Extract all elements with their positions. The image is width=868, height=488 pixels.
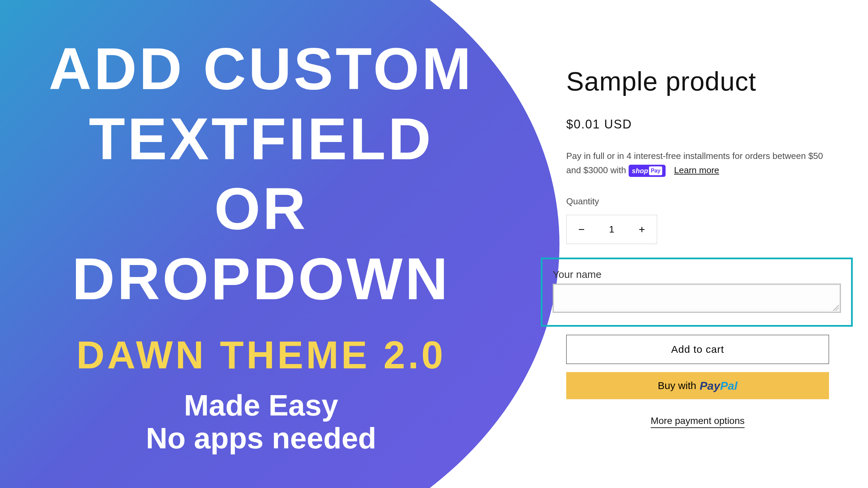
quantity-stepper: − 1 +: [566, 215, 657, 244]
quantity-decrease-button[interactable]: −: [567, 215, 596, 244]
plus-icon: +: [639, 223, 645, 236]
buy-with-paypal-button[interactable]: Buy with PayPal: [566, 372, 829, 399]
product-panel: Sample product $0.01 USD Pay in full or …: [566, 66, 837, 426]
textarea-wrapper: [553, 284, 841, 313]
more-payment-options-wrap: More payment options: [566, 415, 829, 426]
shop-pay-badge: shop Pay: [629, 165, 666, 177]
paypal-logo: PayPal: [699, 379, 737, 392]
headline-line: OR: [37, 174, 485, 244]
custom-field-label: Your name: [553, 269, 841, 280]
product-title: Sample product: [566, 66, 837, 97]
quantity-increase-button[interactable]: +: [627, 215, 657, 244]
your-name-input[interactable]: [555, 286, 839, 309]
installments-text: Pay in full or in 4 interest-free instal…: [566, 149, 837, 177]
resize-handle-icon[interactable]: [833, 305, 839, 311]
subhead-line: Made Easy: [37, 389, 485, 422]
minus-icon: −: [578, 223, 585, 236]
headline-line: DROPDOWN: [37, 244, 485, 314]
learn-more-link[interactable]: Learn more: [674, 165, 719, 175]
promo-subhead-easy: Made Easy No apps needed: [37, 389, 485, 455]
shop-pay-shop: shop: [632, 165, 648, 176]
headline-line: ADD CUSTOM: [37, 34, 485, 104]
custom-field-highlight: Your name: [541, 258, 853, 327]
promo-subhead-theme: DAWN THEME 2.0: [37, 332, 485, 377]
product-price: $0.01 USD: [566, 117, 837, 131]
paypal-pal-text: Pal: [720, 379, 737, 392]
promo-headline: ADD CUSTOM TEXTFIELD OR DROPDOWN: [37, 34, 485, 314]
quantity-value[interactable]: 1: [596, 224, 627, 235]
subhead-line: No apps needed: [37, 422, 485, 455]
paypal-pay-text: Pay: [699, 379, 720, 392]
quantity-label: Quantity: [566, 196, 837, 207]
headline-line: TEXTFIELD: [37, 104, 485, 174]
more-payment-options-link[interactable]: More payment options: [651, 415, 745, 428]
promo-content: ADD CUSTOM TEXTFIELD OR DROPDOWN DAWN TH…: [37, 34, 485, 455]
add-to-cart-button[interactable]: Add to cart: [566, 335, 829, 364]
buy-with-text: Buy with: [658, 380, 696, 391]
shop-pay-pay: Pay: [649, 166, 662, 175]
